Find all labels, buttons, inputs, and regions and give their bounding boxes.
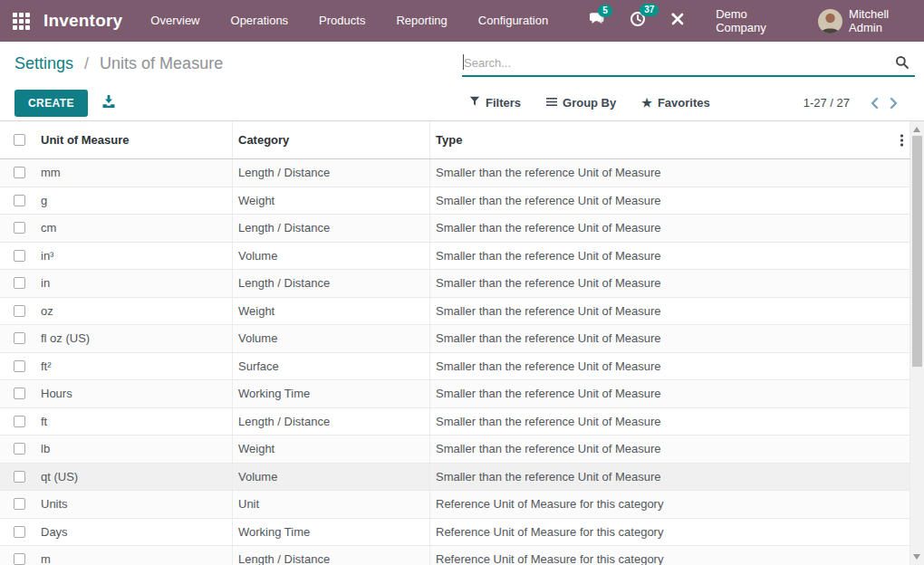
table-row[interactable]: in³VolumeSmaller than the reference Unit…: [0, 243, 910, 271]
cell-unit-of-measure: m: [34, 546, 232, 565]
optional-columns-icon[interactable]: [898, 131, 906, 148]
table-row[interactable]: gWeightSmaller than the reference Unit o…: [0, 187, 910, 215]
nav-item-operations[interactable]: Operations: [216, 0, 304, 42]
table-row[interactable]: mLength / DistanceReference Unit of Meas…: [0, 546, 910, 565]
row-checkbox[interactable]: [14, 277, 25, 289]
favorites-button[interactable]: ★ Favorites: [641, 96, 709, 110]
cell-type: Smaller than the reference Unit of Measu…: [429, 243, 910, 270]
control-bar: CREATE Filters: [0, 85, 924, 121]
cell-type: Smaller than the reference Unit of Measu…: [429, 408, 910, 436]
row-checkbox[interactable]: [14, 195, 25, 206]
row-checkbox[interactable]: [14, 526, 25, 538]
row-checkbox[interactable]: [14, 332, 25, 344]
table-row[interactable]: ozWeightSmaller than the reference Unit …: [0, 298, 910, 326]
messages-badge: 5: [598, 5, 612, 17]
cell-category: Weight: [232, 436, 429, 463]
cell-unit-of-measure: Hours: [34, 380, 232, 407]
row-checkbox[interactable]: [14, 360, 25, 372]
vertical-scrollbar[interactable]: [910, 121, 924, 565]
apps-menu-icon[interactable]: [13, 13, 30, 30]
table-row[interactable]: mmLength / DistanceSmaller than the refe…: [0, 159, 910, 187]
nav-item-reporting[interactable]: Reporting: [380, 0, 462, 42]
export-button[interactable]: [101, 94, 116, 112]
search-bar: [462, 50, 915, 77]
breadcrumb-bar: Settings / Units of Measure: [0, 42, 924, 85]
cell-category: Length / Distance: [232, 159, 429, 187]
scrollbar-thumb[interactable]: [912, 136, 922, 367]
tools-icon: [670, 12, 685, 30]
activities-button[interactable]: 37: [630, 11, 646, 31]
cell-type: Smaller than the reference Unit of Measu…: [429, 215, 910, 242]
cell-type: Smaller than the reference Unit of Measu…: [429, 436, 910, 463]
scroll-down-arrow-icon[interactable]: [913, 554, 920, 560]
pager-previous-button[interactable]: [864, 97, 884, 110]
row-checkbox[interactable]: [14, 388, 25, 399]
row-checkbox[interactable]: [14, 167, 25, 178]
column-header-category[interactable]: Category: [232, 121, 429, 158]
cell-unit-of-measure: Days: [34, 519, 232, 546]
column-header-type[interactable]: Type: [429, 121, 910, 158]
cell-category: Volume: [232, 464, 429, 491]
app-name[interactable]: Inventory: [43, 11, 122, 31]
table-row[interactable]: lbWeightSmaller than the reference Unit …: [0, 436, 910, 464]
table-row[interactable]: fl oz (US)VolumeSmaller than the referen…: [0, 325, 910, 353]
search-input[interactable]: [462, 56, 915, 70]
breadcrumb-separator: /: [84, 54, 89, 72]
cell-unit-of-measure: g: [34, 187, 232, 215]
cell-category: Surface: [232, 353, 429, 380]
breadcrumb: Settings / Units of Measure: [14, 54, 223, 73]
cell-unit-of-measure: fl oz (US): [34, 325, 232, 352]
units-of-measure-table: Unit of Measure Category Type mmLength /…: [0, 121, 910, 565]
cell-unit-of-measure: ft²: [34, 353, 232, 380]
cell-type: Reference Unit of Measure for this categ…: [429, 491, 910, 518]
group-by-button[interactable]: Group By: [546, 96, 616, 110]
table-row[interactable]: UnitsUnitReference Unit of Measure for t…: [0, 491, 910, 519]
create-button[interactable]: CREATE: [14, 90, 88, 117]
scroll-up-arrow-icon[interactable]: [913, 127, 920, 132]
company-name[interactable]: Demo Company: [716, 7, 784, 34]
row-checkbox[interactable]: [14, 498, 25, 510]
table-header-row: Unit of Measure Category Type: [0, 121, 910, 159]
row-checkbox[interactable]: [14, 416, 25, 427]
messages-button[interactable]: 5: [588, 12, 605, 31]
row-checkbox[interactable]: [14, 471, 25, 483]
cell-unit-of-measure: in³: [34, 243, 232, 270]
select-all-checkbox[interactable]: [14, 134, 25, 146]
filters-button[interactable]: Filters: [469, 96, 521, 110]
column-header-unit-of-measure[interactable]: Unit of Measure: [34, 121, 232, 158]
cell-type: Smaller than the reference Unit of Measu…: [429, 187, 910, 215]
cell-category: Length / Distance: [232, 215, 429, 242]
search-icon[interactable]: [895, 55, 910, 73]
avatar[interactable]: [818, 9, 842, 34]
table-row[interactable]: cmLength / DistanceSmaller than the refe…: [0, 215, 910, 243]
table-row[interactable]: DaysWorking TimeReference Unit of Measur…: [0, 519, 910, 547]
star-icon: ★: [641, 97, 652, 109]
breadcrumb-settings-link[interactable]: Settings: [14, 54, 73, 72]
cell-unit-of-measure: lb: [34, 436, 232, 463]
cell-category: Working Time: [232, 519, 429, 546]
cell-type: Smaller than the reference Unit of Measu…: [429, 159, 910, 187]
nav-item-configuration[interactable]: Configuration: [463, 0, 563, 42]
cell-unit-of-measure: oz: [34, 298, 232, 325]
table-row[interactable]: ft²SurfaceSmaller than the reference Uni…: [0, 353, 910, 381]
cell-unit-of-measure: in: [34, 270, 232, 297]
row-checkbox[interactable]: [14, 305, 25, 317]
user-name[interactable]: Mitchell Admin: [849, 7, 910, 34]
group-by-label: Group By: [563, 96, 616, 110]
cell-unit-of-measure: qt (US): [34, 464, 232, 491]
nav-item-products[interactable]: Products: [303, 0, 380, 42]
table-row[interactable]: HoursWorking TimeSmaller than the refere…: [0, 380, 910, 408]
cell-type: Smaller than the reference Unit of Measu…: [429, 380, 910, 407]
developer-tools-button[interactable]: [670, 12, 685, 30]
row-checkbox[interactable]: [14, 222, 25, 234]
nav-item-overview[interactable]: Overview: [135, 0, 215, 42]
table-row[interactable]: inLength / DistanceSmaller than the refe…: [0, 270, 910, 298]
favorites-label: Favorites: [658, 96, 710, 110]
row-checkbox[interactable]: [14, 443, 25, 455]
table-row[interactable]: ftLength / DistanceSmaller than the refe…: [0, 408, 910, 436]
pager-next-button[interactable]: [884, 97, 904, 110]
row-checkbox[interactable]: [14, 553, 25, 565]
row-checkbox[interactable]: [14, 250, 25, 262]
pager-range: 1-27 / 27: [804, 96, 850, 110]
table-row[interactable]: qt (US)VolumeSmaller than the reference …: [0, 464, 910, 492]
